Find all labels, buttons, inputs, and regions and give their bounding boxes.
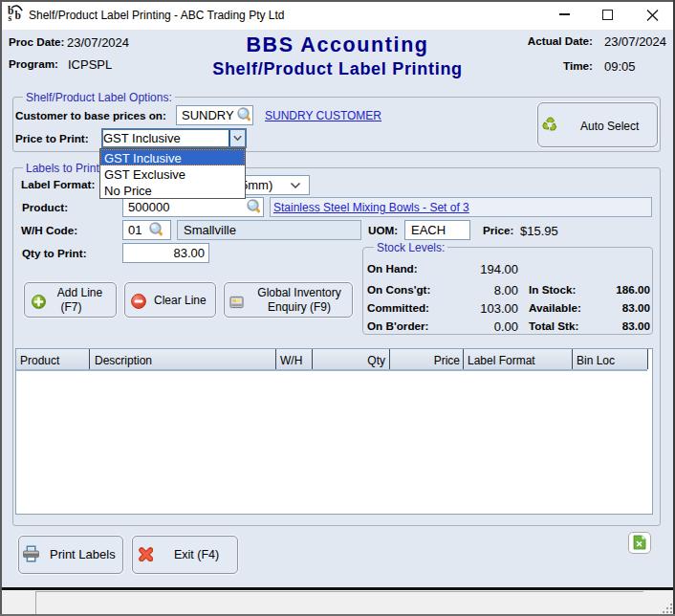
svg-text:b: b — [15, 10, 21, 21]
svg-text:s: s — [9, 13, 12, 22]
